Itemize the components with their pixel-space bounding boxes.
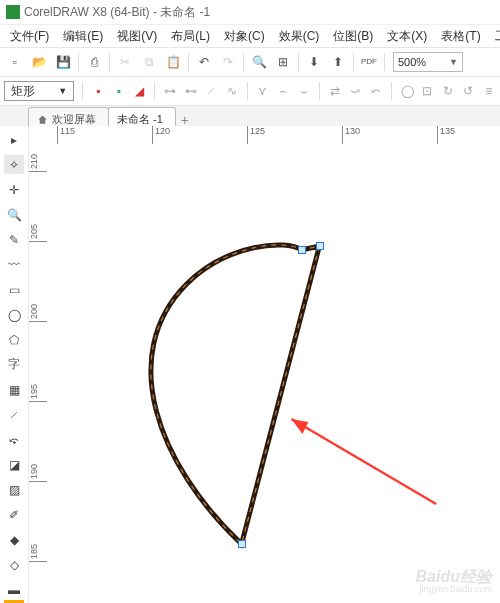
home-icon [37, 114, 48, 125]
rotate-cw-icon[interactable]: ↻ [441, 82, 455, 100]
launch-icon[interactable]: ⊞ [272, 51, 294, 73]
ruler-tick: 120 [152, 126, 170, 144]
shape-tool-icon[interactable]: ✧ [4, 155, 24, 174]
watermark: Baidu经验 jingyan.baidu.com [416, 568, 492, 595]
menu-bitmap[interactable]: 位图(B) [327, 26, 379, 47]
pick-tool-icon[interactable]: ▸ [4, 130, 24, 149]
zoom-level-dropdown[interactable]: 500% ▼ [393, 52, 463, 72]
separator [391, 82, 392, 100]
separator [298, 53, 299, 71]
stretch-nodes-icon[interactable]: ⊡ [420, 82, 434, 100]
save-icon[interactable]: 💾 [52, 51, 74, 73]
to-curve-icon[interactable]: ∿ [224, 82, 238, 100]
pdf-icon[interactable]: PDF [358, 51, 380, 73]
export-icon[interactable]: ⬆ [327, 51, 349, 73]
toolbox: ▸ ✧ ✛ 🔍 ✎ 〰 ▭ ◯ ⬠ 字 ▦ ⟋ ⤽ ◪ ▨ ✐ ◆ ◇ ▬ [0, 126, 29, 603]
cut-icon[interactable]: ✂ [114, 51, 136, 73]
fill-tool-icon[interactable]: ◆ [4, 531, 24, 550]
node-add-icon[interactable]: ▪ [111, 82, 125, 100]
text-tool-icon[interactable]: 字 [4, 355, 24, 374]
tab-label: 欢迎屏幕 [52, 112, 96, 127]
ruler-tick: 190 [29, 464, 47, 482]
search-icon[interactable]: 🔍 [248, 51, 270, 73]
rotate-ccw-icon[interactable]: ↺ [461, 82, 475, 100]
menu-view[interactable]: 视图(V) [111, 26, 163, 47]
sharp-corner-icon[interactable]: ◢ [132, 82, 146, 100]
cusp-node-icon[interactable]: ⋎ [256, 82, 270, 100]
horizontal-ruler[interactable]: 115 120 125 130 135 [47, 126, 500, 145]
menu-layout[interactable]: 布局(L) [165, 26, 216, 47]
close-curve-icon[interactable]: ◯ [400, 82, 414, 100]
ruler-tick: 185 [29, 544, 47, 562]
dimension-tool-icon[interactable]: ⟋ [4, 406, 24, 425]
menu-effect[interactable]: 效果(C) [273, 26, 326, 47]
outline-tool-icon[interactable]: ◇ [4, 556, 24, 575]
interactive-tool-icon[interactable]: ▬ [4, 581, 24, 603]
print-icon[interactable]: ⎙ [83, 51, 105, 73]
smooth-node-icon[interactable]: ⌢ [276, 82, 290, 100]
curve-node[interactable] [238, 540, 246, 548]
freehand-tool-icon[interactable]: ✎ [4, 230, 24, 249]
extract-sub-icon[interactable]: ⤺ [369, 82, 383, 100]
polygon-tool-icon[interactable]: ⬠ [4, 330, 24, 349]
menu-bar: 文件(F) 编辑(E) 视图(V) 布局(L) 对象(C) 效果(C) 位图(B… [0, 24, 500, 47]
dropshadow-tool-icon[interactable]: ◪ [4, 456, 24, 475]
separator [247, 82, 248, 100]
watermark-url: jingyan.baidu.com [416, 585, 492, 595]
separator [109, 53, 110, 71]
vertical-ruler[interactable]: 210 205 200 195 190 185 [29, 144, 48, 603]
node-delete-icon[interactable]: ▪ [91, 82, 105, 100]
tab-label: 未命名 -1 [117, 112, 163, 127]
ruler-tick: 130 [342, 126, 360, 144]
join-nodes-icon[interactable]: ⊶ [163, 82, 177, 100]
new-icon[interactable]: ▫ [4, 51, 26, 73]
paste-icon[interactable]: 📋 [162, 51, 184, 73]
standard-toolbar: ▫ 📂 💾 ⎙ ✂ ⧉ 📋 ↶ ↷ 🔍 ⊞ ⬇ ⬆ PDF 500% ▼ [0, 47, 500, 77]
vector-object[interactable] [47, 144, 500, 603]
redo-icon[interactable]: ↷ [217, 51, 239, 73]
chevron-down-icon: ▼ [58, 86, 67, 96]
rectangle-tool-icon[interactable]: ▭ [4, 280, 24, 299]
align-nodes-icon[interactable]: ≡ [482, 82, 496, 100]
reverse-dir-icon[interactable]: ⇄ [328, 82, 342, 100]
zoom-tool-icon[interactable]: 🔍 [4, 205, 24, 224]
eyedropper-tool-icon[interactable]: ✐ [4, 506, 24, 525]
menu-object[interactable]: 对象(C) [218, 26, 271, 47]
crop-tool-icon[interactable]: ✛ [4, 180, 24, 199]
connector-tool-icon[interactable]: ⤽ [4, 431, 24, 450]
import-icon[interactable]: ⬇ [303, 51, 325, 73]
to-line-icon[interactable]: ⟋ [204, 82, 218, 100]
table-tool-icon[interactable]: ▦ [4, 380, 24, 399]
drawing-canvas[interactable]: Baidu经验 jingyan.baidu.com [47, 144, 500, 603]
copy-icon[interactable]: ⧉ [138, 51, 160, 73]
break-nodes-icon[interactable]: ⊷ [183, 82, 197, 100]
artistic-tool-icon[interactable]: 〰 [4, 255, 24, 274]
separator [384, 53, 385, 71]
ruler-tick: 115 [57, 126, 75, 144]
separator [82, 82, 83, 100]
ruler-tick: 205 [29, 224, 47, 242]
shape-preset-label: 矩形 [11, 83, 35, 100]
ruler-tick: 200 [29, 304, 47, 322]
curve-node[interactable] [316, 242, 324, 250]
ruler-tick: 195 [29, 384, 47, 402]
ellipse-tool-icon[interactable]: ◯ [4, 305, 24, 324]
zoom-value: 500% [398, 56, 426, 68]
menu-tool[interactable]: 工 [489, 26, 500, 47]
open-icon[interactable]: 📂 [28, 51, 50, 73]
property-toolbar: 矩形 ▼ ▪ ▪ ◢ ⊶ ⊷ ⟋ ∿ ⋎ ⌢ ⌣ ⇄ ⤻ ⤺ ◯ ⊡ ↻ ↺ ≡ [0, 77, 500, 106]
curve-node[interactable] [298, 246, 306, 254]
svg-marker-1 [291, 419, 308, 434]
separator [243, 53, 244, 71]
extend-curve-icon[interactable]: ⤻ [348, 82, 362, 100]
menu-table[interactable]: 表格(T) [435, 26, 486, 47]
shape-preset-dropdown[interactable]: 矩形 ▼ [4, 81, 74, 101]
transparency-tool-icon[interactable]: ▨ [4, 481, 24, 500]
menu-file[interactable]: 文件(F) [4, 26, 55, 47]
menu-text[interactable]: 文本(X) [381, 26, 433, 47]
symm-node-icon[interactable]: ⌣ [296, 82, 310, 100]
separator [154, 82, 155, 100]
undo-icon[interactable]: ↶ [193, 51, 215, 73]
app-logo-icon [6, 5, 20, 19]
menu-edit[interactable]: 编辑(E) [57, 26, 109, 47]
